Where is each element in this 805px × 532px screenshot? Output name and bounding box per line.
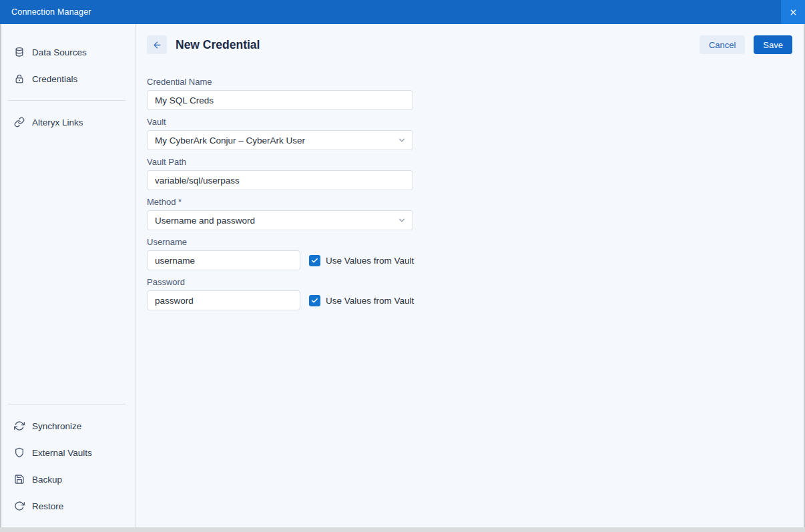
back-button[interactable]	[147, 35, 167, 54]
username-input-row: Use Values from Vault	[147, 250, 792, 270]
page-header: New Credential Cancel Save	[147, 35, 792, 54]
password-input-row: Use Values from Vault	[147, 290, 792, 310]
field-vault: Vault My CyberArk Conjur – CyberArk User	[147, 117, 792, 150]
titlebar[interactable]: Connection Manager	[0, 0, 805, 24]
save-button[interactable]: Save	[754, 35, 792, 54]
field-method: Method * Username and password	[147, 197, 792, 230]
field-vault-path: Vault Path	[147, 157, 792, 190]
window-body: Data Sources Credentials	[0, 24, 805, 527]
shield-icon	[13, 447, 25, 459]
checkbox-checked-icon	[309, 255, 320, 266]
close-button[interactable]	[781, 0, 805, 24]
window-title: Connection Manager	[0, 7, 91, 17]
sidebar-item-label: Restore	[32, 501, 63, 511]
sidebar-item-alteryx-links[interactable]: Alteryx Links	[1, 109, 135, 136]
page-title: New Credential	[176, 38, 260, 52]
vault-path-label: Vault Path	[147, 157, 792, 167]
password-input[interactable]	[147, 290, 300, 310]
username-label: Username	[147, 237, 792, 247]
sidebar-item-label: Credentials	[32, 74, 77, 84]
sidebar-item-external-vaults[interactable]: External Vaults	[1, 439, 135, 466]
vault-select[interactable]: My CyberArk Conjur – CyberArk User	[147, 130, 413, 150]
field-username: Username Use Values from Vault	[147, 237, 792, 270]
credential-name-label: Credential Name	[147, 77, 792, 87]
checkbox-label[interactable]: Use Values from Vault	[326, 296, 414, 306]
sidebar-item-restore[interactable]: Restore	[1, 493, 135, 519]
checkbox-label[interactable]: Use Values from Vault	[326, 256, 414, 266]
restore-icon	[13, 501, 25, 512]
sidebar-item-label: Backup	[32, 475, 62, 485]
sync-icon	[13, 421, 25, 432]
close-icon	[790, 9, 797, 16]
password-use-vault-checkbox[interactable]: Use Values from Vault	[309, 295, 414, 306]
sidebar-item-synchronize[interactable]: Synchronize	[1, 413, 135, 439]
arrow-left-icon	[152, 40, 162, 50]
sidebar-spacer	[1, 136, 135, 396]
field-password: Password Use Values from Vault	[147, 277, 792, 310]
sidebar-item-label: External Vaults	[32, 448, 92, 458]
chevron-down-icon	[397, 136, 407, 145]
vault-label: Vault	[147, 117, 792, 127]
credential-name-input[interactable]	[147, 90, 413, 110]
sidebar-divider	[8, 100, 125, 101]
username-input[interactable]	[147, 250, 300, 270]
chevron-down-icon	[397, 216, 407, 225]
sidebar-item-label: Data Sources	[32, 47, 87, 57]
username-use-vault-checkbox[interactable]: Use Values from Vault	[309, 255, 414, 266]
lock-icon	[13, 73, 25, 85]
method-select[interactable]: Username and password	[147, 210, 413, 230]
checkbox-checked-icon	[309, 295, 320, 306]
header-actions: Cancel Save	[700, 35, 792, 54]
link-icon	[13, 117, 25, 128]
database-icon	[13, 47, 25, 58]
sidebar-item-backup[interactable]: Backup	[1, 466, 135, 493]
connection-manager-window: Connection Manager Data Sources	[0, 0, 805, 527]
sidebar-item-label: Alteryx Links	[32, 117, 83, 127]
vault-select-value: My CyberArk Conjur – CyberArk User	[155, 136, 305, 146]
method-label: Method *	[147, 197, 792, 207]
vault-path-input[interactable]	[147, 170, 413, 190]
backup-save-icon	[13, 474, 25, 485]
main-content: New Credential Cancel Save Credential Na…	[136, 24, 804, 527]
sidebar-item-label: Synchronize	[32, 421, 81, 431]
method-select-value: Username and password	[155, 216, 255, 226]
password-label: Password	[147, 277, 792, 287]
cancel-button[interactable]: Cancel	[700, 35, 745, 54]
sidebar: Data Sources Credentials	[1, 24, 136, 527]
field-credential-name: Credential Name	[147, 77, 792, 110]
sidebar-divider	[8, 404, 125, 405]
sidebar-item-credentials[interactable]: Credentials	[1, 65, 135, 92]
sidebar-item-data-sources[interactable]: Data Sources	[1, 39, 135, 65]
